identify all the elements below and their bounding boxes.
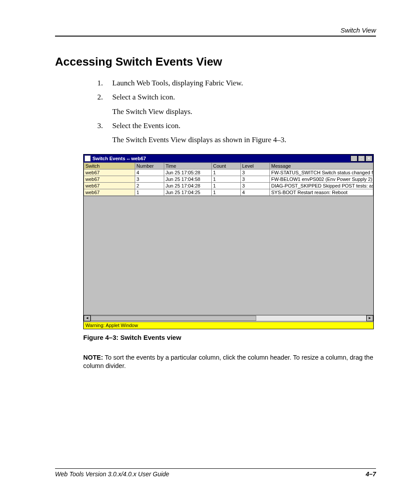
scroll-track[interactable]	[91, 315, 366, 321]
cell-count: 1	[212, 189, 241, 195]
cell-level: 3	[241, 182, 270, 189]
step-text: Launch Web Tools, displaying Fabric View…	[112, 77, 243, 89]
col-header-switch[interactable]: Switch	[84, 162, 135, 169]
note-label: NOTE:	[83, 354, 103, 361]
cell-time: Jun 25 17:04:28	[164, 182, 212, 189]
col-header-count[interactable]: Count	[212, 162, 241, 169]
step-number: 3.	[97, 120, 106, 132]
cell-message: SYS-BOOT Restart reason: Reboot	[270, 189, 373, 195]
cell-number: 1	[135, 189, 164, 195]
step-result: The Switch Events View displays as shown…	[112, 134, 376, 146]
cell-count: 1	[212, 176, 241, 182]
header-rule	[55, 36, 376, 37]
cell-message: DIAG-POST_SKIPPED Skipped POST tests: as	[270, 182, 373, 189]
col-header-level[interactable]: Level	[241, 162, 270, 169]
cell-switch: web67	[84, 182, 135, 189]
cell-time: Jun 25 17:05:28	[164, 169, 212, 176]
table-header-row: Switch Number Time Count Level Message	[84, 162, 373, 169]
table-row[interactable]: web67 4 Jun 25 17:05:28 1 3 FW-STATUS_SW…	[84, 169, 373, 176]
footer-rule	[55, 468, 376, 469]
cell-message: FW-BELOW1 envPS002 (Env Power Supply 2) …	[270, 176, 373, 182]
table-empty-area	[84, 196, 373, 315]
window-titlebar[interactable]: Switch Events -- web67 _ □ ✕	[84, 155, 373, 162]
step-text: Select the Events icon.	[112, 120, 181, 132]
step-number: 2.	[97, 92, 106, 103]
figure-caption: Figure 4–3: Switch Events view	[83, 334, 376, 341]
horizontal-scrollbar[interactable]: ◄ ►	[84, 315, 373, 322]
window-title: Switch Events -- web67	[92, 156, 350, 161]
cell-switch: web67	[84, 169, 135, 176]
col-header-time[interactable]: Time	[164, 162, 212, 169]
section-heading: Accessing Switch Events View	[55, 55, 376, 69]
footer-doc-title: Web Tools Version 3.0.x/4.0.x User Guide	[55, 471, 169, 478]
table-row[interactable]: web67 1 Jun 25 17:04:25 1 4 SYS-BOOT Res…	[84, 189, 373, 195]
col-header-message[interactable]: Message	[270, 162, 373, 169]
footer-page-number: 4–7	[366, 471, 376, 478]
scroll-right-button[interactable]: ►	[366, 315, 373, 321]
cell-switch: web67	[84, 176, 135, 182]
system-menu-icon[interactable]	[85, 155, 91, 162]
table-row[interactable]: web67 3 Jun 25 17:04:58 1 3 FW-BELOW1 en…	[84, 176, 373, 182]
maximize-button[interactable]: □	[358, 155, 365, 162]
figure-window: Switch Events -- web67 _ □ ✕ Switch Numb…	[83, 154, 376, 329]
running-header: Switch View	[55, 26, 376, 34]
cell-switch: web67	[84, 189, 135, 195]
procedure-steps: 1. Launch Web Tools, displaying Fabric V…	[97, 77, 376, 146]
page-footer: Web Tools Version 3.0.x/4.0.x User Guide…	[55, 468, 376, 478]
note-paragraph: NOTE: To sort the events by a particular…	[83, 353, 376, 371]
step: 2. Select a Switch icon.	[97, 92, 376, 103]
table-row[interactable]: web67 2 Jun 25 17:04:28 1 3 DIAG-POST_SK…	[84, 182, 373, 189]
scroll-left-button[interactable]: ◄	[84, 315, 91, 321]
cell-level: 3	[241, 176, 270, 182]
note-text: To sort the events by a particular colum…	[83, 354, 373, 370]
events-table: Switch Number Time Count Level Message w…	[84, 162, 373, 196]
scroll-thumb[interactable]	[91, 316, 256, 321]
minimize-button[interactable]: _	[350, 155, 357, 162]
step: 1. Launch Web Tools, displaying Fabric V…	[97, 77, 376, 89]
cell-number: 2	[135, 182, 164, 189]
cell-time: Jun 25 17:04:25	[164, 189, 212, 195]
step: 3. Select the Events icon.	[97, 120, 376, 132]
cell-number: 3	[135, 176, 164, 182]
col-header-number[interactable]: Number	[135, 162, 164, 169]
close-button[interactable]: ✕	[365, 155, 372, 162]
cell-message: FW-STATUS_SWITCH Switch status changed f	[270, 169, 373, 176]
cell-time: Jun 25 17:04:58	[164, 176, 212, 182]
step-result: The Switch View displays.	[112, 106, 376, 118]
switch-events-window: Switch Events -- web67 _ □ ✕ Switch Numb…	[83, 154, 374, 329]
cell-count: 1	[212, 169, 241, 176]
cell-count: 1	[212, 182, 241, 189]
applet-warning-bar: Warning: Applet Window	[84, 322, 373, 329]
step-text: Select a Switch icon.	[112, 92, 175, 103]
cell-number: 4	[135, 169, 164, 176]
cell-level: 3	[241, 169, 270, 176]
cell-level: 4	[241, 189, 270, 195]
step-number: 1.	[97, 77, 106, 89]
